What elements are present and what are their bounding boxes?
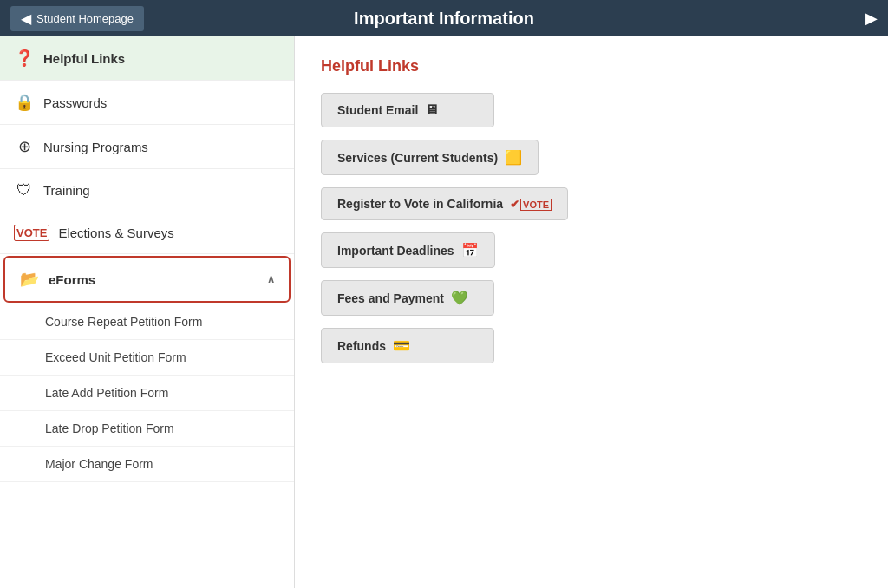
sidebar-item-label: Nursing Programs [43, 140, 280, 154]
back-button-label: Student Homepage [36, 12, 134, 25]
services-button[interactable]: Services (Current Students) 🟨 [321, 140, 539, 175]
fees-payment-button[interactable]: Fees and Payment 💚 [321, 280, 494, 316]
sidebar-item-label: Passwords [43, 95, 280, 110]
sidebar-subitem-exceed-unit[interactable]: Exceed Unit Petition Form [0, 340, 294, 376]
sidebar-item-elections-surveys[interactable]: VOTE Elections & Surveys [0, 212, 294, 254]
lock-icon: 🔒 [14, 93, 35, 112]
sidebar-subitem-late-add[interactable]: Late Add Petition Form [0, 376, 294, 411]
subitem-label: Late Drop Petition Form [45, 421, 174, 435]
student-email-label: Student Email [337, 103, 418, 117]
services-icon: 🟨 [505, 149, 522, 166]
content-title: Helpful Links [321, 57, 862, 75]
subitem-label: Course Repeat Petition Form [45, 315, 202, 329]
sidebar-item-label: Helpful Links [43, 51, 280, 66]
nursing-icon: ⊕ [14, 137, 35, 156]
top-header: ◀ Student Homepage Important Information… [0, 0, 888, 36]
sidebar: ❓ Helpful Links 🔒 Passwords ⊕ Nursing Pr… [0, 36, 295, 588]
student-email-button[interactable]: Student Email 🖥 [321, 93, 494, 127]
page-title: Important Information [354, 9, 534, 29]
sidebar-item-nursing-programs[interactable]: ⊕ Nursing Programs [0, 125, 294, 169]
back-arrow-icon: ◀ [21, 10, 31, 27]
register-vote-button[interactable]: Register to Vote in California ✔VOTE [321, 187, 568, 220]
back-button[interactable]: ◀ Student Homepage [10, 6, 144, 31]
payment-icon: 💚 [451, 290, 468, 306]
sidebar-item-label: Elections & Surveys [58, 225, 280, 240]
sidebar-subitem-course-repeat[interactable]: Course Repeat Petition Form [0, 304, 294, 340]
folder-icon: 📂 [19, 270, 40, 289]
register-vote-label: Register to Vote in California [337, 197, 503, 211]
sidebar-subitem-late-drop[interactable]: Late Drop Petition Form [0, 411, 294, 447]
chevron-up-icon: ∧ [267, 273, 275, 285]
important-deadlines-label: Important Deadlines [337, 244, 454, 258]
sidebar-item-training[interactable]: 🛡 Training [0, 169, 294, 212]
services-label: Services (Current Students) [337, 151, 498, 165]
refunds-button[interactable]: Refunds 💳 [321, 328, 494, 363]
important-deadlines-button[interactable]: Important Deadlines 📅 [321, 232, 495, 268]
sidebar-subitem-major-change[interactable]: Major Change Form [0, 447, 294, 482]
refunds-label: Refunds [337, 339, 386, 353]
sidebar-item-label: eForms [49, 272, 258, 287]
right-nav-icon[interactable]: ▶ [865, 9, 878, 28]
deadlines-icon: 📅 [461, 242, 479, 258]
vote-icon: VOTE [14, 225, 49, 241]
subitem-label: Exceed Unit Petition Form [45, 350, 186, 364]
subitem-label: Major Change Form [45, 457, 153, 471]
sidebar-item-eforms[interactable]: 📂 eForms ∧ [3, 256, 291, 303]
email-icon: 🖥 [425, 102, 439, 118]
sidebar-item-label: Training [43, 183, 280, 198]
main-layout: ❓ Helpful Links 🔒 Passwords ⊕ Nursing Pr… [0, 36, 888, 588]
shield-icon: 🛡 [14, 181, 35, 199]
vote-checkmark-icon: ✔VOTE [510, 198, 552, 211]
content-area: Helpful Links Student Email 🖥 Services (… [295, 36, 888, 588]
question-icon: ❓ [14, 49, 35, 68]
subitem-label: Late Add Petition Form [45, 386, 168, 400]
fees-payment-label: Fees and Payment [337, 291, 444, 305]
sidebar-item-passwords[interactable]: 🔒 Passwords [0, 81, 294, 125]
sidebar-item-helpful-links[interactable]: ❓ Helpful Links [0, 36, 294, 81]
refunds-icon: 💳 [393, 337, 410, 354]
